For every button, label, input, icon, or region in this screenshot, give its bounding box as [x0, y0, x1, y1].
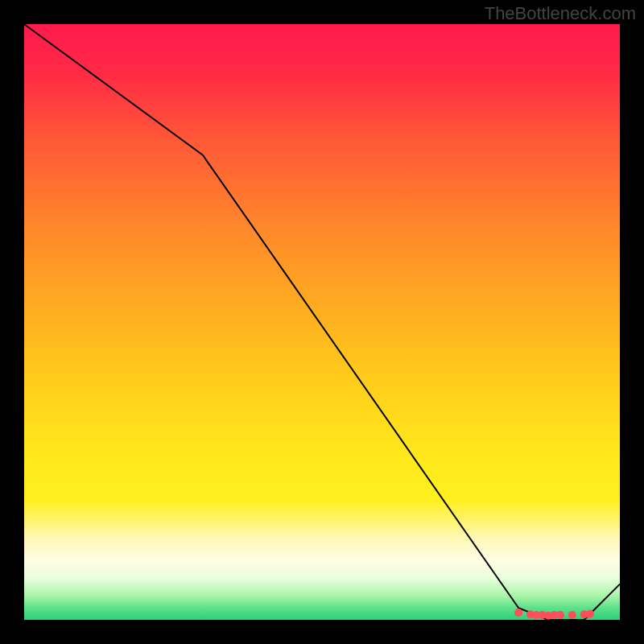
- chart-marker: [568, 611, 576, 619]
- chart-marker: [514, 609, 522, 617]
- chart-background: [24, 24, 620, 620]
- chart-marker: [586, 610, 594, 618]
- watermark-text: TheBottleneck.com: [485, 3, 636, 24]
- chart-container: TheBottleneck.com: [0, 0, 644, 644]
- chart-marker: [556, 611, 564, 619]
- chart-svg: [0, 0, 644, 644]
